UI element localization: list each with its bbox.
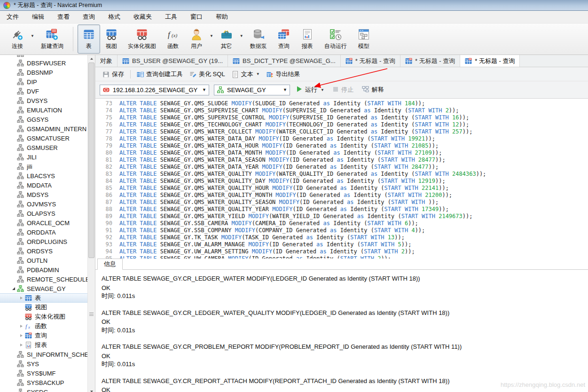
sidebar-item-ggsys[interactable]: GGSYS [0,115,87,124]
sidebar-item-orddata[interactable]: ORDDATA [0,227,87,237]
toolbar-functions-button[interactable]: f(x) 函数 [161,24,185,54]
collapsed-arrow-icon[interactable] [20,344,23,346]
scroll-up-icon[interactable] [88,55,95,62]
menu-edit[interactable]: 编辑 [25,11,51,23]
splitter-grip-icon[interactable] [89,313,94,316]
sidebar-scrollbar[interactable] [87,55,95,392]
toolbar-others-button[interactable]: 其它 [215,24,238,54]
sidebar-item-dvf[interactable]: DVF [0,86,87,96]
menu-view[interactable]: 查看 [51,11,76,23]
schema-icon [17,267,24,273]
message-log: ALTER TABLE SEWAGE_GY.CR_LEDGER_WATER MO… [95,270,588,392]
sidebar-item-outln[interactable]: OUTLN [0,256,87,265]
toolbar-queries-button[interactable]: 查询 [272,24,296,54]
menu-format[interactable]: 格式 [102,11,127,23]
document-tab-5[interactable]: * 无标题 - 查询 [460,55,520,67]
scrollbar-thumb[interactable] [88,63,94,258]
sidebar-item-si-informtn-sche[interactable]: SI_INFORMTN_SCHE [0,350,87,359]
menu-file[interactable]: 文件 [0,11,25,23]
export-result-button[interactable]: 导出结果 [263,69,304,80]
sidebar-item-oracle-ocm[interactable]: ORACLE_OCM [0,218,87,227]
sidebar-item--[interactable]: fx 函数 [0,321,87,331]
sidebar-item-mdsys[interactable]: MDSYS [0,190,87,199]
menu-query[interactable]: 查询 [76,11,102,23]
sidebar-item-gsmcatuser[interactable]: GSMCATUSER [0,133,87,143]
chevron-down-icon[interactable]: ▼ [29,34,36,38]
sidebar-item-gsmadmin-intern[interactable]: GSMADMIN_INTERN [0,124,87,133]
sidebar-item-sewage-gy[interactable]: SEWAGE_GY [0,284,87,293]
sidebar-item-jili[interactable]: jili [0,162,87,171]
stop-button[interactable]: 停止 [331,85,355,95]
sidebar-item-ojvmsys[interactable]: OJVMSYS [0,199,87,209]
query-builder-button[interactable]: 查询创建工具 [133,69,186,80]
menu-tools[interactable]: 工具 [158,11,184,23]
sidebar-item-ordsys[interactable]: ORDSYS [0,246,87,256]
sidebar-item--[interactable]: 实体化视图 [0,312,87,321]
toolbar-materialized-views-button[interactable]: 实体化视图 [123,24,161,54]
sidebar-item-sys[interactable]: SYS [0,359,87,368]
sidebar-item-partial-item[interactable] [0,55,87,58]
document-tab-4[interactable]: * 无标题 - 查询 [400,55,460,67]
sidebar-item-dvsys[interactable]: DVSYS [0,96,87,105]
menu-help[interactable]: 帮助 [209,11,235,23]
connection-select[interactable]: 192.168.10.226_SEWAGE_GY ▼ [100,85,209,95]
schema-select[interactable]: SEWAGE_GY ▼ [214,85,290,95]
sidebar-item-ordplugins[interactable]: ORDPLUGINS [0,237,87,246]
sidebar-item-sysbackup[interactable]: SYSBACKUP [0,378,87,387]
query-tab-icon [345,58,353,64]
sidebar-item-sys-umf[interactable]: SYS$UMF [0,368,87,378]
toolbar-views-button[interactable]: 视图 [100,24,123,54]
beautify-sql-button[interactable]: 美化 SQL [186,69,228,80]
tab-info[interactable]: 信息 [97,259,123,270]
sidebar-item-lbacsys[interactable]: LBACSYS [0,171,87,180]
sidebar-item--[interactable]: 报表 [0,340,87,350]
chevron-down-icon[interactable]: ▼ [238,34,245,38]
collapsed-arrow-icon[interactable] [20,297,23,299]
run-button[interactable]: 运行 ▼ [295,85,326,95]
explain-button[interactable]: 解释 [360,85,386,95]
toolbar-automation-button[interactable]: 自动运行 [319,24,352,54]
sidebar-item-pdbadmin[interactable]: PDBADMIN [0,265,87,274]
toolbar-connection-button[interactable]: 连接 [6,24,29,54]
sidebar-item-olapsys[interactable]: OLAPSYS [0,209,87,218]
watermark: https://zhengqing.blog.csdn.net [501,381,585,388]
sidebar-item-emulation[interactable]: EMULATION [0,105,87,115]
toolbar-models-button[interactable]: 模型 [352,24,376,54]
toolbar-data-pump-button[interactable]: 数据泵 [245,24,272,54]
document-tab-3[interactable]: * 无标题 - 查询 [341,55,400,67]
sidebar-item--[interactable]: 视图 [0,303,87,312]
sidebar-item--[interactable]: 查询 [0,331,87,340]
document-tab-2[interactable]: BS_DICT_TYPE @SEWAGE_G... [228,55,341,67]
document-tab-0[interactable]: 对象 [95,55,118,67]
toolbar-tables-button[interactable]: 表 [78,24,100,54]
sidebar-item-mddata[interactable]: MDDATA [0,180,87,190]
toolbar-new-query-button[interactable]: 新建查询 [36,24,69,54]
expanded-arrow-icon[interactable] [12,287,15,290]
sidebar-item-dip[interactable]: DIP [0,77,87,86]
chevron-down-icon[interactable]: ▼ [208,34,215,38]
toolbar-reports-button[interactable]: 报表 [296,24,319,54]
menu-favorites[interactable]: 收藏夹 [127,11,158,23]
sidebar-item-remote-schedule[interactable]: REMOTE_SCHEDULE [0,274,87,284]
elapsed-time: 时间: 0.011s [102,360,582,368]
sidebar-item-dbsnmp[interactable]: DBSNMP [0,68,87,77]
sidebar-item-gsmuser[interactable]: GSMUSER [0,143,87,152]
save-button[interactable]: 保存 [99,69,127,80]
connection-tree[interactable]: DBSFWUSER DBSNMP DIP DVF DVSYS EMULATION… [0,55,87,392]
toolbar-users-button[interactable]: 用户 [185,24,208,54]
sidebar-item--[interactable]: 表 [0,293,87,303]
toolbar-separator [73,27,73,51]
collapsed-arrow-icon[interactable] [20,334,23,337]
sidebar-item-jili[interactable]: JILI [0,152,87,162]
scroll-down-icon[interactable] [88,388,95,392]
sql-editor[interactable]: 73ALTER TABLE SEWAGE_GY.QMS_SLUDGE MODIF… [95,99,588,259]
text-view-button[interactable]: 文本 ▼ [228,69,263,80]
collapsed-arrow-icon[interactable] [20,325,23,328]
menu-window[interactable]: 窗口 [184,11,209,23]
sidebar-item-sysdg[interactable]: SYSDG [0,387,87,392]
code-line: 77ALTER TABLE SEWAGE_GY.QMS_WATER_COLLEC… [95,128,588,135]
schema-icon [17,229,24,235]
svg-text:x: x [28,325,30,329]
document-tab-1[interactable]: BS_USER @SEWAGE_GY (19... [118,55,228,67]
sidebar-item-dbsfwuser[interactable]: DBSFWUSER [0,58,87,68]
